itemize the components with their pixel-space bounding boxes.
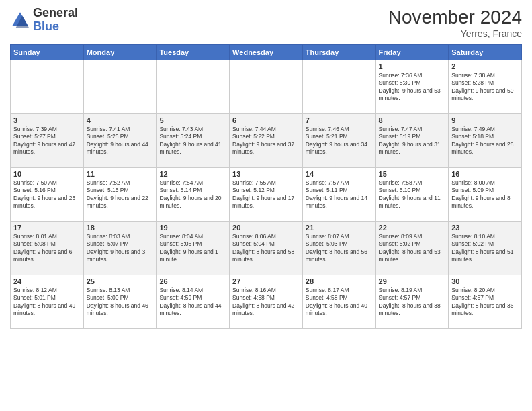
table-row: 12Sunrise: 7:54 AM Sunset: 5:14 PM Dayli… xyxy=(157,168,230,222)
table-row: 23Sunrise: 8:10 AM Sunset: 5:02 PM Dayli… xyxy=(449,222,522,275)
day-info: Sunrise: 8:09 AM Sunset: 5:02 PM Dayligh… xyxy=(379,233,446,264)
day-info: Sunrise: 8:20 AM Sunset: 4:57 PM Dayligh… xyxy=(451,287,519,318)
table-row xyxy=(302,60,375,114)
table-row: 8Sunrise: 7:47 AM Sunset: 5:19 PM Daylig… xyxy=(375,114,449,168)
day-number: 20 xyxy=(232,224,300,232)
table-row xyxy=(157,60,230,114)
day-number: 19 xyxy=(159,224,226,232)
calendar-header-row: Sunday Monday Tuesday Wednesday Thursday… xyxy=(11,45,522,60)
header-wednesday: Wednesday xyxy=(230,45,303,60)
table-row: 29Sunrise: 8:19 AM Sunset: 4:57 PM Dayli… xyxy=(375,275,449,329)
day-info: Sunrise: 8:16 AM Sunset: 4:58 PM Dayligh… xyxy=(232,287,300,318)
month-title: November 2024 xyxy=(388,7,522,28)
day-number: 27 xyxy=(232,277,300,285)
day-info: Sunrise: 8:14 AM Sunset: 4:59 PM Dayligh… xyxy=(159,287,226,318)
day-number: 3 xyxy=(13,116,81,124)
table-row: 17Sunrise: 8:01 AM Sunset: 5:08 PM Dayli… xyxy=(11,222,84,275)
day-number: 6 xyxy=(232,116,300,124)
day-number: 21 xyxy=(306,224,373,232)
day-number: 26 xyxy=(159,277,226,285)
day-info: Sunrise: 7:55 AM Sunset: 5:12 PM Dayligh… xyxy=(232,179,300,210)
day-info: Sunrise: 7:38 AM Sunset: 5:28 PM Dayligh… xyxy=(451,72,519,103)
location: Yerres, France xyxy=(388,28,522,39)
day-info: Sunrise: 8:01 AM Sunset: 5:08 PM Dayligh… xyxy=(13,233,81,264)
table-row: 9Sunrise: 7:49 AM Sunset: 5:18 PM Daylig… xyxy=(449,114,522,168)
header-friday: Friday xyxy=(375,45,449,60)
day-number: 23 xyxy=(451,224,519,232)
table-row: 6Sunrise: 7:44 AM Sunset: 5:22 PM Daylig… xyxy=(230,114,303,168)
day-number: 30 xyxy=(451,277,519,285)
day-info: Sunrise: 8:07 AM Sunset: 5:03 PM Dayligh… xyxy=(306,233,373,264)
table-row xyxy=(83,60,157,114)
page-header: General Blue November 2024 Yerres, Franc… xyxy=(10,7,522,39)
table-row: 22Sunrise: 8:09 AM Sunset: 5:02 PM Dayli… xyxy=(375,222,449,275)
title-section: November 2024 Yerres, France xyxy=(388,7,522,39)
day-number: 13 xyxy=(232,170,300,178)
header-saturday: Saturday xyxy=(449,45,522,60)
table-row: 2Sunrise: 7:38 AM Sunset: 5:28 PM Daylig… xyxy=(449,60,522,114)
day-number: 7 xyxy=(306,116,373,124)
logo-blue: Blue xyxy=(33,19,59,33)
day-number: 2 xyxy=(451,62,519,71)
day-number: 18 xyxy=(87,224,154,232)
day-info: Sunrise: 7:57 AM Sunset: 5:11 PM Dayligh… xyxy=(306,179,373,210)
header-tuesday: Tuesday xyxy=(157,45,230,60)
table-row: 24Sunrise: 8:12 AM Sunset: 5:01 PM Dayli… xyxy=(11,275,84,329)
table-row: 16Sunrise: 8:00 AM Sunset: 5:09 PM Dayli… xyxy=(449,168,522,222)
table-row: 3Sunrise: 7:39 AM Sunset: 5:27 PM Daylig… xyxy=(11,114,84,168)
day-info: Sunrise: 8:13 AM Sunset: 5:00 PM Dayligh… xyxy=(87,287,154,318)
day-info: Sunrise: 7:50 AM Sunset: 5:16 PM Dayligh… xyxy=(13,179,81,210)
day-info: Sunrise: 8:12 AM Sunset: 5:01 PM Dayligh… xyxy=(13,287,81,318)
logo-icon xyxy=(10,10,30,30)
day-info: Sunrise: 7:44 AM Sunset: 5:22 PM Dayligh… xyxy=(232,126,300,156)
day-number: 24 xyxy=(13,277,81,285)
day-info: Sunrise: 7:46 AM Sunset: 5:21 PM Dayligh… xyxy=(306,126,373,156)
day-info: Sunrise: 7:54 AM Sunset: 5:14 PM Dayligh… xyxy=(159,179,226,210)
day-info: Sunrise: 8:03 AM Sunset: 5:07 PM Dayligh… xyxy=(87,233,154,264)
calendar-week-row: 17Sunrise: 8:01 AM Sunset: 5:08 PM Dayli… xyxy=(11,222,522,275)
day-info: Sunrise: 7:52 AM Sunset: 5:15 PM Dayligh… xyxy=(87,179,154,210)
table-row: 10Sunrise: 7:50 AM Sunset: 5:16 PM Dayli… xyxy=(11,168,84,222)
day-number: 9 xyxy=(451,116,519,124)
table-row xyxy=(230,60,303,114)
logo-general: General xyxy=(33,6,78,19)
calendar-week-row: 24Sunrise: 8:12 AM Sunset: 5:01 PM Dayli… xyxy=(11,275,522,329)
table-row: 11Sunrise: 7:52 AM Sunset: 5:15 PM Dayli… xyxy=(83,168,157,222)
day-number: 14 xyxy=(306,170,373,178)
logo-text: General Blue xyxy=(33,7,78,34)
day-number: 10 xyxy=(13,170,81,178)
day-info: Sunrise: 7:47 AM Sunset: 5:19 PM Dayligh… xyxy=(379,126,446,156)
calendar-table: Sunday Monday Tuesday Wednesday Thursday… xyxy=(10,44,522,329)
table-row: 28Sunrise: 8:17 AM Sunset: 4:58 PM Dayli… xyxy=(302,275,375,329)
table-row: 5Sunrise: 7:43 AM Sunset: 5:24 PM Daylig… xyxy=(157,114,230,168)
calendar-week-row: 10Sunrise: 7:50 AM Sunset: 5:16 PM Dayli… xyxy=(11,168,522,222)
day-info: Sunrise: 8:04 AM Sunset: 5:05 PM Dayligh… xyxy=(159,233,226,264)
header-monday: Monday xyxy=(83,45,157,60)
day-info: Sunrise: 8:17 AM Sunset: 4:58 PM Dayligh… xyxy=(306,287,373,318)
day-info: Sunrise: 7:39 AM Sunset: 5:27 PM Dayligh… xyxy=(13,126,81,156)
day-info: Sunrise: 7:58 AM Sunset: 5:10 PM Dayligh… xyxy=(379,179,446,210)
day-number: 15 xyxy=(379,170,446,178)
calendar-week-row: 1Sunrise: 7:36 AM Sunset: 5:30 PM Daylig… xyxy=(11,60,522,114)
day-number: 17 xyxy=(13,224,81,232)
logo: General Blue xyxy=(10,7,78,34)
table-row xyxy=(11,60,84,114)
header-sunday: Sunday xyxy=(11,45,84,60)
table-row: 25Sunrise: 8:13 AM Sunset: 5:00 PM Dayli… xyxy=(83,275,157,329)
table-row: 21Sunrise: 8:07 AM Sunset: 5:03 PM Dayli… xyxy=(302,222,375,275)
table-row: 15Sunrise: 7:58 AM Sunset: 5:10 PM Dayli… xyxy=(375,168,449,222)
day-info: Sunrise: 8:10 AM Sunset: 5:02 PM Dayligh… xyxy=(451,233,519,264)
table-row: 27Sunrise: 8:16 AM Sunset: 4:58 PM Dayli… xyxy=(230,275,303,329)
day-number: 29 xyxy=(379,277,446,285)
day-number: 8 xyxy=(379,116,446,124)
day-info: Sunrise: 7:36 AM Sunset: 5:30 PM Dayligh… xyxy=(379,72,446,103)
table-row: 18Sunrise: 8:03 AM Sunset: 5:07 PM Dayli… xyxy=(83,222,157,275)
table-row: 14Sunrise: 7:57 AM Sunset: 5:11 PM Dayli… xyxy=(302,168,375,222)
table-row: 30Sunrise: 8:20 AM Sunset: 4:57 PM Dayli… xyxy=(449,275,522,329)
day-number: 12 xyxy=(159,170,226,178)
table-row: 26Sunrise: 8:14 AM Sunset: 4:59 PM Dayli… xyxy=(157,275,230,329)
day-info: Sunrise: 8:00 AM Sunset: 5:09 PM Dayligh… xyxy=(451,179,519,210)
day-info: Sunrise: 8:19 AM Sunset: 4:57 PM Dayligh… xyxy=(379,287,446,318)
table-row: 1Sunrise: 7:36 AM Sunset: 5:30 PM Daylig… xyxy=(375,60,449,114)
header-thursday: Thursday xyxy=(302,45,375,60)
